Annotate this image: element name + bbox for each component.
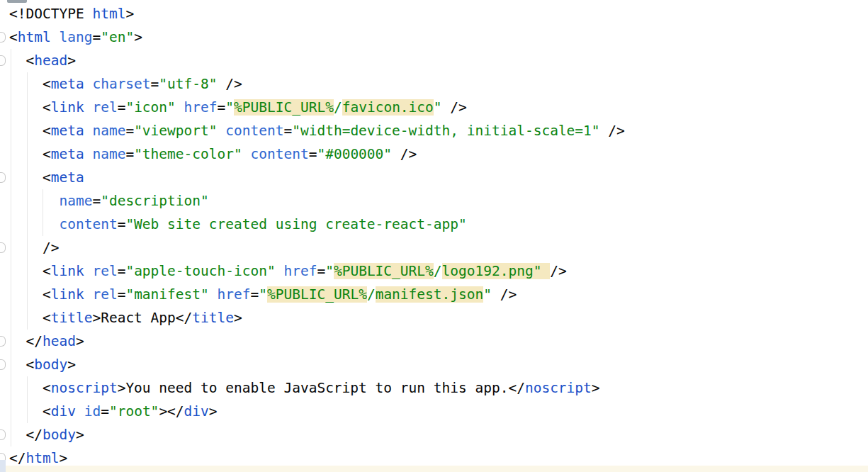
code-segment: < [9,356,34,373]
code-segment: </ [9,333,43,349]
code-line[interactable]: /> [9,236,625,259]
code-segment: link [51,99,84,116]
code-segment: = [101,403,109,420]
code-line[interactable]: <meta [9,166,625,189]
code-segment: > [134,29,142,45]
code-segment: / [434,263,442,279]
code-segment: > [59,450,67,466]
code-segment: = [251,286,259,303]
code-segment: < [9,286,51,303]
code-segment: <!DOCTYPE [9,6,92,22]
code-segment: " [434,99,442,116]
injected-fragment: %PUBLIC_URL% [234,99,334,116]
code-segment: = [118,99,126,116]
code-line[interactable]: <div id="root"></div> [9,400,625,423]
code-segment: "width=device-width, initial-scale=1" [292,123,599,139]
code-segment: </ [508,380,524,396]
code-segment: "theme-color" [134,146,242,162]
top-scrollbar-thumb[interactable] [7,0,27,3]
code-segment: " [259,286,267,303]
code-segment: "icon" [125,99,175,116]
code-segment: head [43,333,76,349]
code-segment: div [51,403,76,420]
code-area[interactable]: <!DOCTYPE html><html lang="en"> <head> <… [0,2,625,470]
code-segment: rel [84,263,118,279]
code-segment: href [276,263,317,279]
code-line[interactable]: <head> [9,49,625,72]
code-segment: = [118,216,126,232]
code-segment: div [184,403,209,420]
code-line[interactable]: content="Web site created using create-r… [9,213,625,236]
code-segment: > [592,380,600,396]
code-segment: content [218,123,284,139]
code-line[interactable]: </body> [9,423,625,446]
code-segment: "viewport" [134,123,217,139]
code-segment: > [67,356,76,373]
code-segment: "Web site created using create-react-app… [125,216,466,232]
code-line[interactable]: <title>React App</title> [9,306,625,330]
code-segment: > [76,333,84,349]
code-segment: html [92,6,125,22]
code-line[interactable]: <link rel="manifest" href="%PUBLIC_URL%/… [9,283,625,306]
code-segment: lang [51,29,93,45]
code-segment: content [9,216,118,232]
code-segment: /> [218,76,242,92]
code-segment: /> [9,240,59,256]
code-segment: noscript [51,380,118,396]
code-segment: > [125,6,134,22]
code-segment: " [483,286,492,303]
code-segment: = [317,263,325,279]
code-segment: " [325,263,334,279]
code-segment: > [92,310,101,326]
code-line[interactable]: <!DOCTYPE html> [9,2,625,26]
code-segment: id [76,403,101,420]
code-segment: link [51,263,84,279]
code-segment: < [9,380,51,396]
code-segment: React App [101,310,176,326]
code-segment: rel [84,99,118,116]
code-segment: /> [492,286,517,303]
injected-fragment: %PUBLIC_URL% [267,286,367,303]
code-segment: html [18,29,51,45]
code-segment: / [367,286,376,303]
code-segment: "root" [109,403,159,420]
code-segment: </ [9,427,43,443]
code-segment: /> [550,263,566,279]
code-segment: /> [392,146,417,162]
code-segment: < [9,52,34,69]
scrollbar-corner [0,460,6,472]
code-segment: "utf-8" [159,76,217,92]
code-segment: = [118,263,126,279]
code-segment: < [9,310,51,326]
code-segment: </ [176,310,192,326]
code-line[interactable]: <link rel="apple-touch-icon" href="%PUBL… [9,259,625,283]
code-segment: /> [600,123,625,139]
horizontal-scrollbar-track[interactable] [6,466,868,472]
code-segment: < [9,29,18,45]
code-line[interactable]: <meta name="viewport" content="width=dev… [9,119,625,142]
code-line[interactable]: </head> [9,330,625,353]
code-segment: < [9,263,51,279]
code-segment: < [9,169,51,186]
code-line[interactable]: <meta name="theme-color" content="#00000… [9,142,625,166]
code-segment: meta [51,169,84,186]
code-line[interactable]: name="description" [9,189,625,213]
code-segment: > [118,380,126,396]
code-segment: = [92,29,101,45]
code-segment: href [209,286,251,303]
code-line[interactable]: <noscript>You need to enable JavaScript … [9,376,625,400]
code-segment: name [84,123,126,139]
code-segment: = [309,146,317,162]
code-segment: > [234,310,242,326]
code-line[interactable]: <body> [9,353,625,376]
code-segment: href [176,99,218,116]
code-line[interactable]: <link rel="icon" href="%PUBLIC_URL%/favi… [9,96,625,119]
code-line[interactable]: <meta charset="utf-8" /> [9,72,625,96]
code-segment: /> [442,99,467,116]
code-line[interactable]: <html lang="en"> [9,26,625,49]
code-segment: head [34,52,67,69]
code-segment: body [34,356,67,373]
code-segment: < [9,146,51,162]
code-segment: > [67,52,76,69]
code-segment: charset [84,76,151,92]
